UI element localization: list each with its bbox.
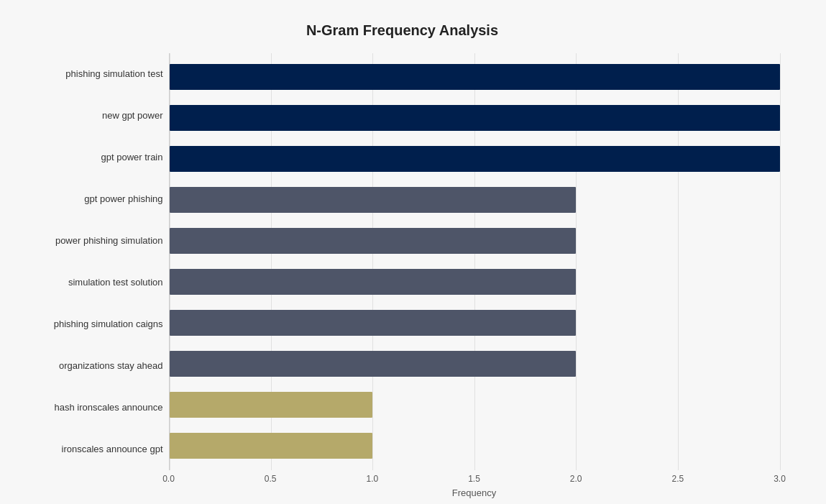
x-tick-2: 1.0 — [366, 474, 378, 484]
bar-6 — [170, 310, 577, 336]
y-label-5: simulation test solution — [25, 265, 163, 301]
bar-row-1 — [170, 103, 780, 133]
x-tick-3: 1.5 — [468, 474, 480, 484]
bar-3 — [170, 187, 577, 213]
bar-0 — [170, 64, 780, 90]
bars-wrapper — [170, 53, 780, 470]
bar-row-2 — [170, 144, 780, 174]
x-axis-area: 0.00.51.01.52.02.53.0 Frequency — [169, 470, 780, 499]
y-label-2: gpt power train — [25, 139, 163, 175]
bar-row-9 — [170, 431, 780, 461]
y-label-8: hash ironscales announce — [25, 390, 163, 426]
bar-7 — [170, 351, 577, 377]
chart-container: N-Gram Frequency Analysis phishing simul… — [18, 8, 809, 497]
bar-row-5 — [170, 267, 780, 297]
x-tick-0: 0.0 — [162, 474, 175, 484]
bar-4 — [170, 228, 577, 254]
y-label-9: ironscales announce gpt — [25, 431, 163, 467]
x-tick-4: 2.0 — [570, 474, 582, 484]
bar-8 — [170, 392, 373, 418]
y-label-7: organizations stay ahead — [25, 348, 163, 384]
x-tick-6: 3.0 — [774, 474, 786, 484]
bar-9 — [170, 433, 373, 459]
bar-row-7 — [170, 349, 780, 379]
y-label-1: new gpt power — [25, 98, 163, 134]
bar-1 — [170, 105, 780, 131]
chart-area: phishing simulation testnew gpt powergpt… — [25, 53, 780, 470]
grid-line-6 — [780, 53, 781, 470]
bar-row-3 — [170, 185, 780, 215]
y-label-4: power phishing simulation — [25, 223, 163, 259]
x-tick-1: 0.5 — [265, 474, 277, 484]
bars-area — [169, 53, 780, 470]
y-label-6: phishing simulation caigns — [25, 306, 163, 342]
bar-row-4 — [170, 226, 780, 256]
chart-title: N-Gram Frequency Analysis — [25, 22, 780, 39]
x-tick-5: 2.5 — [671, 474, 684, 484]
x-axis-label: Frequency — [169, 487, 780, 498]
bar-row-0 — [170, 62, 780, 92]
bar-row-6 — [170, 308, 780, 338]
bar-2 — [170, 146, 780, 172]
bar-row-8 — [170, 390, 780, 420]
y-label-3: gpt power phishing — [25, 181, 163, 217]
x-ticks: 0.00.51.01.52.02.53.0 — [169, 470, 780, 485]
bar-5 — [170, 269, 577, 295]
y-labels: phishing simulation testnew gpt powergpt… — [25, 53, 169, 470]
y-label-0: phishing simulation test — [25, 56, 163, 92]
